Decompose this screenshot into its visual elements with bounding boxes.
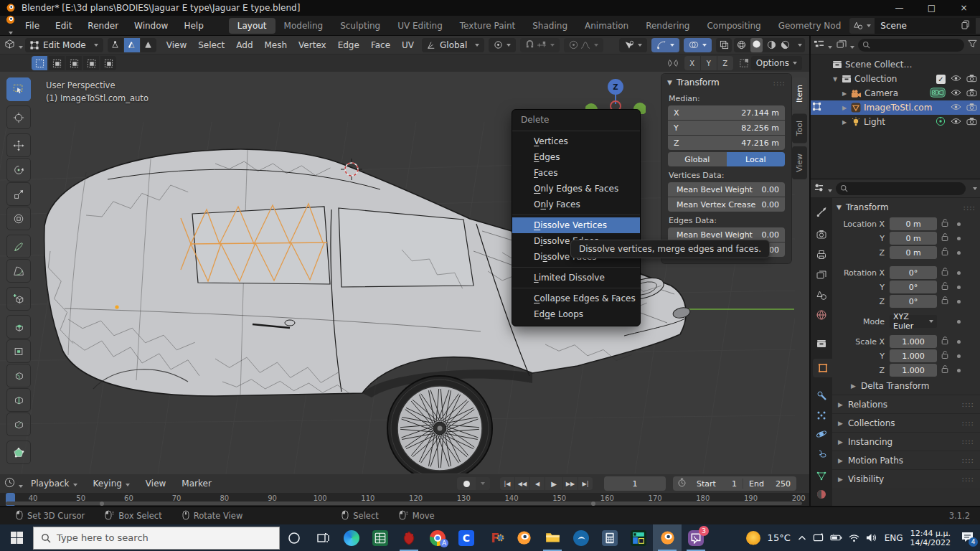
taskbar-app-pixel-app[interactable]	[624, 524, 653, 551]
taskbar-app-calculator[interactable]	[595, 524, 624, 551]
properties-tab-world[interactable]	[811, 306, 832, 324]
properties-options-icon[interactable]	[973, 187, 977, 190]
properties-tab-modifiers[interactable]	[811, 386, 832, 405]
lock-icon[interactable]	[941, 296, 948, 307]
outliner-item-label[interactable]: ImageToStl.com	[864, 103, 932, 113]
filter-funnel-icon[interactable]	[968, 39, 977, 50]
tool-cursor-icon[interactable]	[6, 105, 31, 129]
taskbar-app-corel[interactable]	[395, 524, 423, 551]
end-frame-field[interactable]: End250	[743, 476, 796, 491]
menu-item-only-faces[interactable]: Only Faces	[512, 197, 640, 212]
shading-solid-icon[interactable]	[750, 38, 763, 52]
y-field[interactable]: 1.000	[890, 349, 937, 362]
workspace-tab-uv-editing[interactable]: UV Editing	[389, 18, 451, 34]
timeline-menu-marker[interactable]: Marker	[174, 476, 219, 491]
options-dropdown[interactable]: Options	[751, 56, 802, 70]
workspace-tab-shading[interactable]: Shading	[524, 18, 576, 34]
disable-render-icon[interactable]	[966, 88, 977, 99]
taskbar-app-edge[interactable]	[337, 524, 366, 551]
prev-frame-button[interactable]: ◀	[530, 477, 545, 490]
animate-dot[interactable]	[957, 271, 961, 275]
median-y-field[interactable]: Y82.256 m	[668, 121, 785, 135]
gizmos-toggle[interactable]	[651, 38, 679, 52]
keying-dropdown[interactable]	[476, 477, 490, 490]
properties-tab-material[interactable]	[811, 485, 832, 504]
viewport-menu-vertex[interactable]: Vertex	[293, 37, 332, 53]
play-button[interactable]: ▶	[545, 477, 562, 490]
select-mode-extend-icon[interactable]	[49, 56, 65, 70]
outliner-item-label[interactable]: Collection	[854, 74, 897, 84]
outliner-item-label[interactable]: Light	[864, 117, 885, 127]
menu-item-collapse-edges-faces[interactable]: Collapse Edges & Faces	[512, 291, 640, 306]
prev-keyframe-button[interactable]: ◀◀	[515, 477, 529, 490]
viewport-menu-add[interactable]: Add	[230, 37, 258, 53]
viewport-menu-select[interactable]: Select	[192, 37, 230, 53]
vertex-data-mean-bevel-weight[interactable]: Mean Bevel Weight0.00	[668, 182, 785, 197]
select-mode-invert-icon[interactable]	[83, 56, 99, 70]
y-field[interactable]: 0 m	[890, 232, 937, 245]
tablet-icon[interactable]	[813, 533, 824, 542]
xray-toggle[interactable]	[716, 38, 732, 52]
outliner-row-imagetostl-com[interactable]: ▶ImageToStl.com	[811, 100, 980, 115]
menu-item-edge-loops[interactable]: Edge Loops	[512, 306, 640, 322]
scrollbar-handle-left[interactable]	[100, 501, 104, 506]
location-x-field[interactable]: 0 m	[890, 217, 937, 230]
face-select-icon[interactable]	[141, 38, 156, 52]
viewport-menu-mesh[interactable]: Mesh	[259, 37, 293, 53]
wifi-icon[interactable]	[849, 534, 859, 542]
lock-icon[interactable]	[941, 218, 948, 230]
workspace-tab-animation[interactable]: Animation	[576, 18, 637, 34]
taskbar-app-blender[interactable]	[509, 524, 538, 551]
vertex-select-icon[interactable]	[108, 38, 123, 52]
menu-item-only-edges-faces[interactable]: Only Edges & Faces	[512, 181, 640, 197]
notification-center-icon[interactable]: 4	[961, 531, 974, 545]
animate-dot[interactable]	[957, 286, 961, 289]
snap-dropdown[interactable]	[520, 38, 560, 52]
workspace-tab-compositing[interactable]: Compositing	[698, 18, 769, 34]
taskbar-app-freecad[interactable]: F	[481, 524, 509, 551]
disclosure-icon[interactable]: ▶	[841, 105, 848, 111]
menu-edit[interactable]: Edit	[47, 18, 80, 34]
maximize-icon[interactable]: □	[915, 0, 948, 16]
taskbar-app-explorer[interactable]	[538, 524, 567, 551]
lock-icon[interactable]	[941, 350, 948, 362]
menu-window[interactable]: Window	[126, 18, 176, 34]
mode-field[interactable]: XYZ Euler	[890, 315, 937, 328]
jump-end-button[interactable]: ▶|	[578, 477, 593, 490]
menu-help[interactable]: Help	[176, 18, 211, 34]
tool-rotate-icon[interactable]	[6, 158, 31, 182]
viewport-menu-uv[interactable]: UV	[396, 37, 420, 53]
collection-checkbox[interactable]: ✓	[936, 75, 946, 84]
tool-knife-icon[interactable]	[6, 413, 31, 436]
disable-render-icon[interactable]	[966, 117, 977, 128]
mirror-x-button[interactable]: X	[684, 56, 700, 70]
tool-scale-icon[interactable]	[6, 182, 31, 206]
edge-select-icon[interactable]	[124, 38, 140, 52]
editor-type-icon[interactable]	[4, 39, 23, 51]
viewport-menu-view[interactable]: View	[161, 37, 192, 53]
scale-x-field[interactable]: 1.000	[890, 335, 937, 348]
outliner-row-collection[interactable]: ▼Collection✓	[811, 72, 980, 86]
snap-options-icon[interactable]	[739, 58, 749, 68]
disclosure-icon[interactable]: ▶	[841, 90, 848, 97]
properties-tab-collection[interactable]	[811, 334, 832, 353]
properties-tab-particles[interactable]	[811, 406, 832, 425]
battery-icon[interactable]	[830, 534, 842, 542]
tool-inset-faces-icon[interactable]	[6, 339, 31, 363]
timeline-ruler[interactable]: 4050607080901001101201301401501601701801…	[0, 493, 809, 506]
vertex-data-mean-vertex-crease[interactable]: Mean Vertex Crease0.00	[668, 197, 785, 212]
animate-dot[interactable]	[957, 320, 961, 324]
select-mode-intersect-icon[interactable]	[100, 56, 116, 70]
sidebar-tab-view[interactable]: View	[792, 146, 807, 179]
pivot-point-dropdown[interactable]	[489, 38, 516, 52]
language-indicator[interactable]: ENG	[885, 533, 903, 543]
disable-render-icon[interactable]	[966, 103, 977, 113]
transform-space-global[interactable]: Global	[668, 152, 727, 166]
lock-icon[interactable]	[941, 364, 948, 376]
mirror-y-button[interactable]: Y	[701, 56, 717, 70]
timeline-menu-playback[interactable]: Playback	[23, 476, 85, 491]
properties-tab-view-layer[interactable]	[811, 265, 832, 284]
clock[interactable]: 12:44 μ.μ. 14/4/2022	[910, 529, 951, 547]
taskbar-app-openoffice[interactable]	[567, 524, 595, 551]
timeline-menu-keying[interactable]: Keying	[85, 476, 138, 491]
